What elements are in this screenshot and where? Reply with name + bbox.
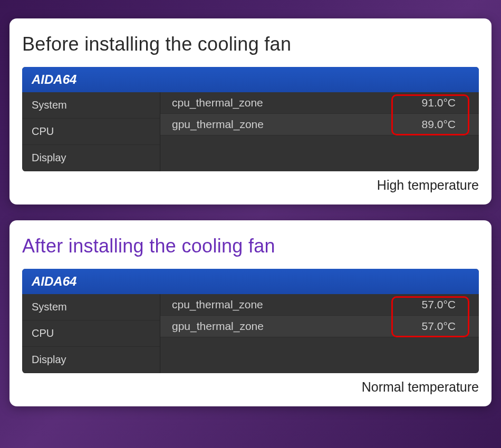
sidebar-item-cpu[interactable]: CPU (22, 119, 160, 145)
aida-panel-before: AIDA64 System CPU Display cpu_thermal_zo… (22, 67, 479, 171)
sidebar-item-system[interactable]: System (22, 92, 160, 119)
sensor-row-cpu: cpu_thermal_zone 91.0°C (160, 92, 479, 114)
after-title: After installing the cooling fan (22, 235, 479, 257)
sensor-row-gpu: gpu_thermal_zone 57.0°C (160, 316, 479, 337)
sensor-value: 89.0°C (422, 118, 456, 131)
sensor-label: gpu_thermal_zone (172, 320, 264, 333)
sensor-value: 91.0°C (422, 96, 456, 109)
aida-sidebar: System CPU Display (22, 92, 160, 171)
sensor-label: gpu_thermal_zone (172, 118, 264, 131)
before-title: Before installing the cooling fan (22, 33, 479, 55)
sensor-label: cpu_thermal_zone (172, 298, 263, 311)
sensor-value: 57.0°C (422, 320, 456, 333)
after-card: After installing the cooling fan AIDA64 … (9, 220, 492, 406)
sensor-value: 57.0°C (422, 298, 456, 311)
sidebar-item-cpu[interactable]: CPU (22, 320, 160, 347)
aida-panel-after: AIDA64 System CPU Display cpu_thermal_zo… (22, 269, 479, 373)
aida-header: AIDA64 (22, 67, 479, 92)
sidebar-item-display[interactable]: Display (22, 145, 160, 171)
sidebar-item-system[interactable]: System (22, 294, 160, 320)
sensor-label: cpu_thermal_zone (172, 96, 263, 109)
aida-header: AIDA64 (22, 269, 479, 294)
before-caption: High temperature (22, 178, 479, 193)
aida-body: System CPU Display cpu_thermal_zone 57.0… (22, 294, 479, 373)
aida-body: System CPU Display cpu_thermal_zone 91.0… (22, 92, 479, 171)
sidebar-item-display[interactable]: Display (22, 347, 160, 373)
sensor-row-cpu: cpu_thermal_zone 57.0°C (160, 294, 479, 316)
aida-sidebar: System CPU Display (22, 294, 160, 373)
aida-main: cpu_thermal_zone 91.0°C gpu_thermal_zone… (160, 92, 479, 171)
after-caption: Normal temperature (22, 379, 479, 395)
aida-main: cpu_thermal_zone 57.0°C gpu_thermal_zone… (160, 294, 479, 373)
sensor-row-gpu: gpu_thermal_zone 89.0°C (160, 114, 479, 135)
before-card: Before installing the cooling fan AIDA64… (9, 18, 492, 204)
